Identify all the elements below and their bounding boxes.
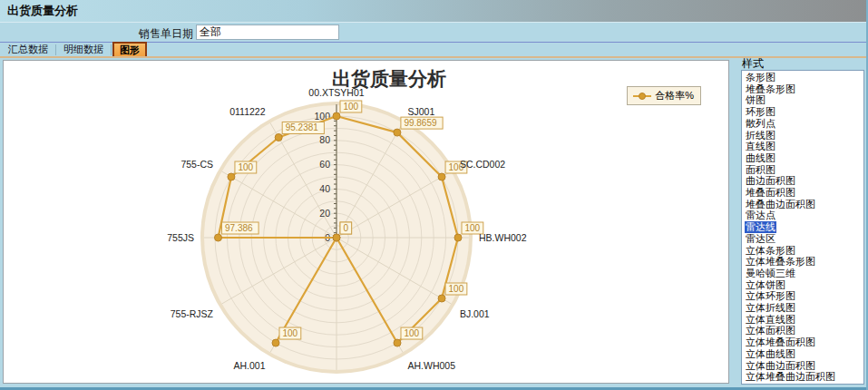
data-point: [215, 234, 222, 241]
style-option[interactable]: 雷达区: [742, 233, 863, 245]
style-option-label: 曲线图: [745, 152, 776, 164]
category-label: 0111222: [229, 106, 265, 117]
style-option-label: 立体条形图: [745, 245, 796, 257]
axis-tick-label: 20: [319, 208, 330, 219]
sales-date-input[interactable]: [196, 24, 339, 40]
data-point: [272, 339, 279, 346]
axis-tick-label: 40: [319, 183, 330, 194]
value-label: 100: [344, 102, 359, 112]
style-option[interactable]: 立体折线图: [742, 302, 863, 314]
data-point: [438, 173, 445, 180]
page-title: 出货质量分析: [7, 0, 78, 22]
category-label: BJ.001: [460, 308, 490, 319]
style-option-label: 饼图: [745, 94, 766, 106]
style-option-label: 堆叠条形图: [745, 83, 796, 95]
style-option[interactable]: 散列点: [742, 118, 863, 130]
style-option[interactable]: 立体曲边面积图: [742, 360, 863, 372]
value-label: 99.8659: [404, 118, 437, 128]
style-option[interactable]: 立体堆叠曲边面积图: [742, 371, 863, 383]
style-option-label: 立体折线图: [745, 302, 796, 314]
style-option-label: 立体曲边面积图: [745, 360, 816, 372]
style-option-label: 雷达点: [745, 210, 776, 221]
category-label: SJ001: [408, 106, 435, 117]
style-option[interactable]: 立体饼图: [742, 279, 863, 291]
style-option[interactable]: 环形图: [742, 106, 863, 118]
category-label: AH.RH.001: [312, 379, 360, 381]
style-option[interactable]: 堆叠曲边面积图: [742, 199, 863, 210]
chart-style-listbox[interactable]: 条形图堆叠条形图饼图环形图散列点折线图直线图曲线图面积图曲边面积图堆叠面积图堆叠…: [741, 70, 864, 385]
value-label: 100: [449, 284, 464, 294]
category-label: 755JS: [167, 232, 194, 243]
style-option[interactable]: 立体面积图: [742, 325, 863, 336]
style-option-label: 散列点: [745, 118, 776, 130]
tab-summary-data[interactable]: 汇总数据: [2, 42, 54, 56]
app-window: 出货质量分析 销售单日期 汇总数据明细数据图形 0204060801001009…: [0, 0, 868, 390]
category-label: AH.WH005: [408, 360, 456, 371]
tab-detail-data[interactable]: 明细数据: [57, 42, 110, 56]
style-option-label: 立体环形图: [745, 290, 796, 302]
style-option[interactable]: 立体条形图: [742, 245, 863, 257]
style-option[interactable]: 立体曲线图: [742, 348, 863, 360]
value-label: 100: [283, 328, 298, 338]
data-point: [454, 234, 462, 241]
style-option-label: 曲边面积图: [745, 175, 796, 187]
style-option-label: 立体堆叠条形图: [745, 256, 816, 268]
category-label: 755-RJSZ: [171, 308, 214, 319]
tab-separator: [55, 44, 56, 55]
axis-tick-label: 80: [319, 134, 330, 145]
style-option[interactable]: 堆叠面积图: [742, 187, 863, 199]
data-point: [275, 133, 282, 141]
style-option[interactable]: 曼哈顿三维: [742, 268, 863, 279]
tabstrip-divider: [0, 56, 868, 58]
style-option-label: 折线图: [745, 130, 776, 141]
data-point: [333, 234, 340, 241]
style-option[interactable]: 立体堆叠面积图: [742, 336, 863, 348]
title-bar: 出货质量分析: [0, 0, 868, 23]
filter-row: 销售单日期: [0, 23, 868, 42]
style-option-label: 雷达线: [745, 221, 776, 233]
value-label: 0: [344, 223, 349, 233]
style-option-label: 立体堆叠曲边面积图: [745, 371, 836, 383]
value-label: 97.386: [225, 223, 253, 233]
style-option[interactable]: 面积图: [742, 164, 863, 176]
value-label: 95.2381: [286, 122, 319, 132]
style-option[interactable]: 雷达线: [742, 221, 863, 233]
style-option[interactable]: 雷达点: [742, 210, 863, 221]
style-option[interactable]: 曲线图: [742, 152, 863, 164]
style-option[interactable]: 直线图: [742, 141, 863, 152]
style-option-label: 环形图: [745, 106, 776, 118]
value-label: 100: [405, 328, 420, 338]
chart-panel: 02040608010010099.8659100100100100010009…: [3, 60, 729, 384]
axis-tick-label: 60: [319, 159, 330, 170]
style-option[interactable]: 饼图: [742, 94, 863, 106]
style-option-label: 曼哈顿三维: [745, 268, 796, 279]
style-option-label: 立体面积图: [745, 325, 796, 336]
style-option[interactable]: 立体直线图: [742, 314, 863, 326]
style-option-label: 堆叠曲边面积图: [745, 199, 816, 210]
style-option-label: 面积图: [745, 164, 776, 176]
style-option[interactable]: 立体环形图: [742, 290, 863, 302]
style-option[interactable]: 立体堆叠条形图: [742, 256, 863, 268]
tab-separator: [111, 44, 112, 55]
style-option-label: 立体饼图: [745, 279, 786, 291]
radar-plot: 02040608010010099.8659100100100100010009…: [167, 67, 526, 381]
radar-chart: 02040608010010099.8659100100100100010009…: [4, 61, 727, 381]
style-option-label: 堆叠面积图: [745, 187, 796, 199]
style-option[interactable]: 曲边面积图: [742, 175, 863, 187]
data-point: [394, 129, 401, 136]
category-label: HB.WH002: [479, 232, 527, 243]
style-option-label: 雷达区: [745, 233, 776, 245]
tab-strip: 汇总数据明细数据图形: [0, 42, 868, 56]
data-point: [333, 112, 340, 120]
category-label: 755-CS: [180, 159, 213, 170]
chart-legend: 合格率%: [627, 86, 701, 105]
style-option[interactable]: 条形图: [742, 72, 863, 83]
value-label: 100: [238, 162, 253, 172]
style-option-label: 立体堆叠面积图: [745, 336, 816, 348]
tab-graph[interactable]: 图形: [112, 42, 147, 56]
data-point: [228, 173, 235, 180]
style-option-label: 立体直线图: [745, 314, 796, 326]
style-option[interactable]: 折线图: [742, 130, 863, 141]
category-label: SC.CD002: [460, 159, 505, 170]
style-option[interactable]: 堆叠条形图: [742, 83, 863, 95]
